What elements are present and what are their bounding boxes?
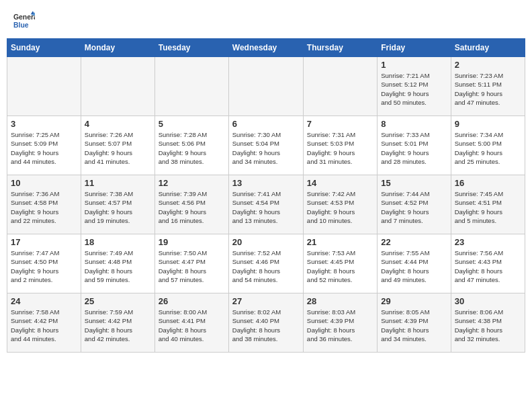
calendar-header: SundayMondayTuesdayWednesdayThursdayFrid… <box>7 39 525 57</box>
calendar-body: 1Sunrise: 7:21 AM Sunset: 5:12 PM Daylig… <box>7 57 525 353</box>
day-number: 1 <box>381 60 447 70</box>
weekday-header-tuesday: Tuesday <box>154 39 228 57</box>
day-info: Sunrise: 7:58 AM Sunset: 4:42 PM Dayligh… <box>11 308 77 343</box>
day-info: Sunrise: 7:36 AM Sunset: 4:58 PM Dayligh… <box>11 189 77 225</box>
logo-icon: General Blue <box>13 10 35 32</box>
day-number: 15 <box>381 178 447 188</box>
calendar-cell: 23Sunrise: 7:56 AM Sunset: 4:43 PM Dayli… <box>451 234 525 293</box>
weekday-header-friday: Friday <box>378 39 451 57</box>
day-info: Sunrise: 7:42 AM Sunset: 4:53 PM Dayligh… <box>307 189 373 225</box>
day-info: Sunrise: 7:33 AM Sunset: 5:01 PM Dayligh… <box>381 130 447 166</box>
day-number: 27 <box>232 296 300 306</box>
page-header: General Blue <box>0 0 532 35</box>
calendar-cell: 7Sunrise: 7:31 AM Sunset: 5:03 PM Daylig… <box>303 116 377 175</box>
day-number: 8 <box>381 119 447 129</box>
day-number: 16 <box>455 178 521 188</box>
day-info: Sunrise: 7:44 AM Sunset: 4:52 PM Dayligh… <box>381 189 447 225</box>
day-number: 21 <box>307 237 373 247</box>
calendar-cell: 8Sunrise: 7:33 AM Sunset: 5:01 PM Daylig… <box>378 116 451 175</box>
page-container: General Blue SundayMondayTuesdayWednesda… <box>0 0 532 353</box>
day-number: 9 <box>455 119 521 129</box>
weekday-header-sunday: Sunday <box>7 39 81 57</box>
day-info: Sunrise: 7:53 AM Sunset: 4:45 PM Dayligh… <box>307 248 373 284</box>
calendar-cell: 10Sunrise: 7:36 AM Sunset: 4:58 PM Dayli… <box>7 175 81 234</box>
day-number: 3 <box>11 119 77 129</box>
calendar-cell: 11Sunrise: 7:38 AM Sunset: 4:57 PM Dayli… <box>81 175 154 234</box>
day-info: Sunrise: 7:52 AM Sunset: 4:46 PM Dayligh… <box>232 248 300 284</box>
weekday-row: SundayMondayTuesdayWednesdayThursdayFrid… <box>7 39 525 57</box>
svg-text:General: General <box>13 13 35 21</box>
calendar-week-4: 17Sunrise: 7:47 AM Sunset: 4:50 PM Dayli… <box>7 234 525 293</box>
logo: General Blue <box>13 10 39 32</box>
calendar-week-1: 1Sunrise: 7:21 AM Sunset: 5:12 PM Daylig… <box>7 57 525 116</box>
day-info: Sunrise: 7:25 AM Sunset: 5:09 PM Dayligh… <box>11 130 77 166</box>
calendar-cell: 18Sunrise: 7:49 AM Sunset: 4:48 PM Dayli… <box>81 234 154 293</box>
day-info: Sunrise: 7:39 AM Sunset: 4:56 PM Dayligh… <box>159 189 225 225</box>
day-number: 13 <box>232 178 300 188</box>
calendar-cell: 24Sunrise: 7:58 AM Sunset: 4:42 PM Dayli… <box>7 293 81 353</box>
day-info: Sunrise: 7:50 AM Sunset: 4:47 PM Dayligh… <box>159 248 225 284</box>
day-number: 17 <box>11 237 77 247</box>
calendar-cell: 21Sunrise: 7:53 AM Sunset: 4:45 PM Dayli… <box>303 234 377 293</box>
day-number: 11 <box>85 178 151 188</box>
calendar-cell: 16Sunrise: 7:45 AM Sunset: 4:51 PM Dayli… <box>451 175 525 234</box>
day-number: 28 <box>307 296 373 306</box>
calendar-cell: 20Sunrise: 7:52 AM Sunset: 4:46 PM Dayli… <box>228 234 303 293</box>
calendar-cell: 25Sunrise: 7:59 AM Sunset: 4:42 PM Dayli… <box>81 293 154 353</box>
weekday-header-saturday: Saturday <box>451 39 525 57</box>
calendar-week-5: 24Sunrise: 7:58 AM Sunset: 4:42 PM Dayli… <box>7 293 525 353</box>
day-number: 26 <box>159 296 225 306</box>
calendar-cell <box>154 57 228 116</box>
calendar-cell: 15Sunrise: 7:44 AM Sunset: 4:52 PM Dayli… <box>378 175 451 234</box>
weekday-header-wednesday: Wednesday <box>228 39 303 57</box>
calendar-cell: 14Sunrise: 7:42 AM Sunset: 4:53 PM Dayli… <box>303 175 377 234</box>
calendar-cell <box>81 57 154 116</box>
day-info: Sunrise: 8:00 AM Sunset: 4:41 PM Dayligh… <box>159 308 225 343</box>
day-number: 19 <box>159 237 225 247</box>
day-number: 14 <box>307 178 373 188</box>
calendar-cell: 28Sunrise: 8:03 AM Sunset: 4:39 PM Dayli… <box>303 293 377 353</box>
weekday-header-thursday: Thursday <box>303 39 377 57</box>
calendar-cell: 22Sunrise: 7:55 AM Sunset: 4:44 PM Dayli… <box>378 234 451 293</box>
day-number: 6 <box>232 119 300 129</box>
calendar-cell: 29Sunrise: 8:05 AM Sunset: 4:39 PM Dayli… <box>378 293 451 353</box>
day-info: Sunrise: 7:49 AM Sunset: 4:48 PM Dayligh… <box>85 248 151 284</box>
day-number: 20 <box>232 237 300 247</box>
day-number: 5 <box>159 119 225 129</box>
day-info: Sunrise: 7:23 AM Sunset: 5:11 PM Dayligh… <box>455 71 521 107</box>
day-info: Sunrise: 8:06 AM Sunset: 4:38 PM Dayligh… <box>455 308 521 343</box>
day-number: 25 <box>85 296 151 306</box>
calendar-cell: 4Sunrise: 7:26 AM Sunset: 5:07 PM Daylig… <box>81 116 154 175</box>
day-number: 24 <box>11 296 77 306</box>
day-number: 29 <box>381 296 447 306</box>
day-info: Sunrise: 7:21 AM Sunset: 5:12 PM Dayligh… <box>381 71 447 107</box>
day-info: Sunrise: 7:26 AM Sunset: 5:07 PM Dayligh… <box>85 130 151 166</box>
day-info: Sunrise: 7:41 AM Sunset: 4:54 PM Dayligh… <box>232 189 300 225</box>
calendar-week-3: 10Sunrise: 7:36 AM Sunset: 4:58 PM Dayli… <box>7 175 525 234</box>
day-info: Sunrise: 7:30 AM Sunset: 5:04 PM Dayligh… <box>232 130 300 166</box>
day-number: 30 <box>455 296 521 306</box>
calendar-cell: 17Sunrise: 7:47 AM Sunset: 4:50 PM Dayli… <box>7 234 81 293</box>
calendar-cell <box>303 57 377 116</box>
calendar-cell: 5Sunrise: 7:28 AM Sunset: 5:06 PM Daylig… <box>154 116 228 175</box>
calendar-cell: 2Sunrise: 7:23 AM Sunset: 5:11 PM Daylig… <box>451 57 525 116</box>
calendar-cell <box>228 57 303 116</box>
day-info: Sunrise: 7:34 AM Sunset: 5:00 PM Dayligh… <box>455 130 521 166</box>
calendar-cell: 19Sunrise: 7:50 AM Sunset: 4:47 PM Dayli… <box>154 234 228 293</box>
day-number: 22 <box>381 237 447 247</box>
calendar-cell: 1Sunrise: 7:21 AM Sunset: 5:12 PM Daylig… <box>378 57 451 116</box>
day-info: Sunrise: 7:59 AM Sunset: 4:42 PM Dayligh… <box>85 308 151 343</box>
calendar-table: SundayMondayTuesdayWednesdayThursdayFrid… <box>7 38 525 353</box>
day-number: 12 <box>159 178 225 188</box>
day-info: Sunrise: 7:28 AM Sunset: 5:06 PM Dayligh… <box>159 130 225 166</box>
day-info: Sunrise: 8:05 AM Sunset: 4:39 PM Dayligh… <box>381 308 447 343</box>
calendar-cell <box>7 57 81 116</box>
day-info: Sunrise: 7:47 AM Sunset: 4:50 PM Dayligh… <box>11 248 77 284</box>
day-number: 18 <box>85 237 151 247</box>
day-info: Sunrise: 8:02 AM Sunset: 4:40 PM Dayligh… <box>232 308 300 343</box>
day-info: Sunrise: 7:31 AM Sunset: 5:03 PM Dayligh… <box>307 130 373 166</box>
calendar-cell: 3Sunrise: 7:25 AM Sunset: 5:09 PM Daylig… <box>7 116 81 175</box>
weekday-header-monday: Monday <box>81 39 154 57</box>
calendar-cell: 26Sunrise: 8:00 AM Sunset: 4:41 PM Dayli… <box>154 293 228 353</box>
calendar-week-2: 3Sunrise: 7:25 AM Sunset: 5:09 PM Daylig… <box>7 116 525 175</box>
